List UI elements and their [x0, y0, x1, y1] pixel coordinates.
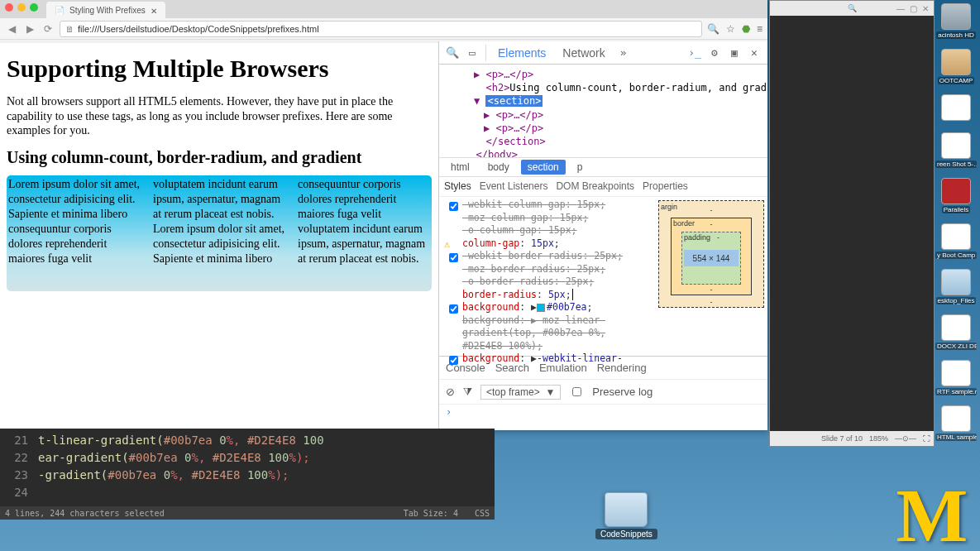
zoom-icon[interactable]: 🔍 — [707, 23, 719, 35]
crumb-html[interactable]: html — [444, 160, 476, 175]
star-icon[interactable]: ☆ — [726, 23, 735, 35]
status-tabsize[interactable]: Tab Size: 4 — [404, 509, 458, 518]
more-tabs-icon[interactable]: » — [617, 46, 630, 60]
color-swatch[interactable] — [537, 304, 545, 312]
dom-node-selected[interactable]: ▼ <section> — [446, 94, 761, 108]
css-rule[interactable]: background: ▶-moz-linear-gradient(top, #… — [462, 314, 643, 353]
rule-toggle[interactable] — [449, 202, 458, 211]
inspect-icon[interactable]: 🔍 — [446, 46, 459, 60]
desktop-icon[interactable]: reen Shot 5-… AM.png — [935, 132, 977, 168]
tab-elements[interactable]: Elements — [493, 43, 551, 63]
console-prompt-icon[interactable]: ›_ — [688, 46, 701, 60]
zoom-level[interactable]: 185% — [869, 434, 888, 443]
desktop-icon[interactable]: esktop_Files — [935, 269, 977, 304]
zoom-slider[interactable]: —⊙— — [895, 434, 916, 443]
abp-icon[interactable]: ⬣ — [742, 23, 750, 35]
subtab-dom-breakpoints[interactable]: DOM Breakpoints — [556, 180, 634, 193]
dom-node[interactable]: <h2>Using column-count, border-radium, a… — [446, 81, 761, 94]
rule-toggle[interactable] — [449, 304, 458, 314]
url-input[interactable]: 🗎 file:///Users/deilstudioe/Desktop/Code… — [60, 21, 702, 37]
dom-tree[interactable]: ▶ <p>…</p> <h2>Using column-count, borde… — [439, 65, 767, 157]
app-icon — [941, 178, 971, 204]
css-rule[interactable]: -webkit-column-gap: 15px; — [462, 199, 643, 212]
settings-gear-icon[interactable]: ⚙ — [708, 46, 721, 60]
clear-console-icon[interactable]: ⊘ — [446, 386, 455, 398]
preserve-log-checkbox[interactable] — [572, 387, 581, 396]
crumb-section[interactable]: section — [521, 160, 566, 175]
hard-drive-icon — [941, 3, 971, 30]
subtab-event-listeners[interactable]: Event Listeners — [480, 180, 548, 193]
hamburger-icon[interactable]: ≡ — [757, 23, 762, 35]
code-line[interactable] — [38, 484, 324, 501]
css-rule[interactable]: background: ▶-webkit-linear- — [462, 352, 643, 366]
css-rule[interactable]: -moz-border-radius: 25px; — [462, 263, 643, 276]
docx-file-icon — [941, 314, 971, 341]
preserve-log-label: Preserve log — [592, 386, 653, 398]
css-rule[interactable]: background: ▶#00b7ea; — [462, 301, 643, 314]
desktop-icon[interactable]: acintosh HD — [935, 3, 977, 39]
frame-selector[interactable]: <top frame> ▼ — [480, 385, 561, 400]
forward-button[interactable]: ▶ — [23, 22, 36, 36]
css-rule[interactable]: ⚠column-gap: 15px; — [462, 237, 643, 251]
minimize-window-icon[interactable] — [17, 3, 26, 12]
filter-icon[interactable]: ⧩ — [463, 386, 472, 399]
css-rule[interactable]: border-radius: 5px; — [462, 289, 643, 302]
desktop-icons: acintosh HD OOTCAMP reen Shot 5-… AM.png… — [935, 3, 977, 441]
rtf-file-icon — [941, 360, 971, 386]
console-prompt[interactable]: › — [439, 404, 767, 420]
minimize-icon[interactable]: — — [896, 4, 905, 13]
close-tab-icon[interactable]: ✕ — [151, 7, 157, 13]
close-window-icon[interactable] — [5, 3, 13, 12]
css-rule[interactable]: -moz-column-gap: 15px; — [462, 212, 643, 225]
box-model-content: 554 × 144 — [684, 250, 739, 266]
css-rule[interactable]: -o-border-radius: 25px; — [462, 276, 643, 289]
back-button[interactable]: ◀ — [5, 22, 18, 36]
zoom-window-icon[interactable] — [30, 3, 38, 12]
subtab-styles[interactable]: Styles — [444, 180, 471, 193]
tab-title: Styling With Prefixes — [69, 6, 146, 15]
fit-icon[interactable]: ⛶ — [923, 434, 930, 443]
crumb-body[interactable]: body — [481, 160, 516, 175]
dom-node[interactable]: ▶ <p>…</p> — [446, 68, 761, 81]
desktop-icon[interactable]: DOCX ZLI DEI andi…27.docx — [935, 314, 977, 350]
browser-window: 📄 Styling With Prefixes ✕ ◀ ▶ ⟳ 🗎 file:/… — [0, 0, 767, 430]
css-rule[interactable]: -o-column-gap: 15px; — [462, 224, 643, 237]
css-rule[interactable]: -webkit-border-radius: 25px; — [462, 250, 643, 263]
dom-node[interactable]: </section> — [446, 135, 761, 148]
url-text: file:///Users/deilstudioe/Desktop/CodeSn… — [78, 24, 319, 34]
dom-node[interactable]: </body> — [446, 148, 761, 157]
file-icon: 🗎 — [65, 24, 74, 34]
dock-icon[interactable]: ▣ — [728, 46, 741, 60]
code-line[interactable]: ear-gradient(#00b7ea 0%, #D2E4E8 100%); — [38, 449, 324, 467]
status-language[interactable]: CSS — [475, 509, 490, 518]
desktop-icon[interactable]: OOTCAMP — [935, 49, 977, 84]
box-model-diagram[interactable]: argin - border - padding- 554 × 144 - - — [658, 200, 764, 308]
window-controls[interactable] — [5, 3, 38, 12]
gutter: 21222324 — [0, 429, 33, 505]
dom-node[interactable]: ▶ <p>…</p> — [446, 122, 761, 135]
close-devtools-icon[interactable]: ✕ — [748, 46, 761, 60]
desktop-icon[interactable]: RTF sample.rtf — [935, 360, 977, 395]
desktop-icon[interactable] — [935, 94, 977, 122]
code-editor[interactable]: 21222324 t-linear-gradient(#00b7ea 0%, #… — [0, 429, 495, 520]
crumb-p[interactable]: p — [571, 160, 590, 175]
rule-toggle[interactable] — [449, 253, 458, 262]
reload-button[interactable]: ⟳ — [41, 22, 55, 36]
browser-tab[interactable]: 📄 Styling With Prefixes ✕ — [46, 2, 165, 18]
desktop-icon[interactable]: HTML sample.html — [935, 405, 977, 441]
search-placeholder[interactable]: 🔍 — [848, 4, 857, 12]
dock-folder[interactable]: CodeSnippets — [595, 492, 657, 539]
css-rules[interactable]: -webkit-column-gap: 15px; -moz-column-ga… — [439, 197, 648, 369]
code-lines[interactable]: t-linear-gradient(#00b7ea 0%, #D2E4E8 10… — [38, 432, 324, 501]
subtab-properties[interactable]: Properties — [643, 180, 688, 193]
tab-network[interactable]: Network — [557, 43, 610, 63]
device-icon[interactable]: ▭ — [466, 46, 479, 60]
dom-node[interactable]: ▶ <p>…</p> — [446, 108, 761, 122]
code-line[interactable]: -gradient(#00b7ea 0%, #D2E4E8 100%); — [38, 467, 324, 484]
code-line[interactable]: t-linear-gradient(#00b7ea 0%, #D2E4E8 10… — [38, 432, 324, 449]
maximize-icon[interactable]: ▢ — [910, 4, 917, 13]
desktop-icon[interactable]: Parallels — [935, 178, 977, 213]
desktop-icon[interactable]: y Boot Camp — [935, 223, 977, 259]
close-icon[interactable]: ✕ — [922, 4, 929, 13]
rule-toggle[interactable] — [449, 356, 458, 365]
